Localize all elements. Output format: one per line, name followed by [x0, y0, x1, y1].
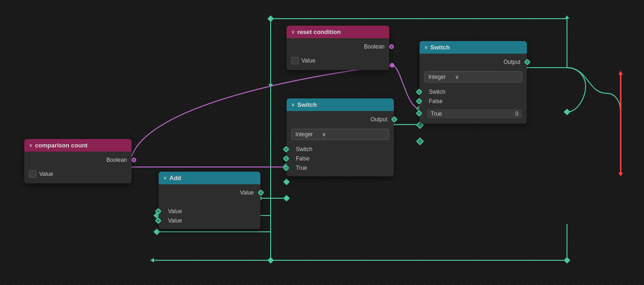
- reset-boolean-port: [389, 44, 394, 49]
- reset-value-row: Value: [291, 55, 385, 66]
- add-value-out-port: [258, 189, 264, 196]
- chevron-icon: ∨: [29, 143, 32, 148]
- chevron-icon-3: ∨: [424, 45, 427, 50]
- value-row: Value: [29, 168, 127, 180]
- switch-top-true-label: True: [431, 111, 442, 117]
- svg-marker-2: [565, 15, 569, 19]
- add-value2-row: Value: [163, 216, 256, 225]
- switch-middle-header: ∨ Switch: [287, 98, 394, 111]
- dropdown-arrow-icon-2: ∨: [322, 131, 326, 138]
- add-header: ∨ Add: [159, 172, 260, 184]
- switch-middle-node: ∨ Switch Output Integer ∨ Switch False T…: [287, 98, 394, 176]
- switch-middle-false-row: False: [291, 154, 389, 163]
- boolean-output-port: [132, 158, 136, 162]
- value-checkbox[interactable]: [29, 170, 36, 178]
- switch-top-false-port: [416, 98, 422, 104]
- reset-condition-title: reset condition: [297, 28, 341, 35]
- switch-top-switch-label: Switch: [429, 89, 445, 95]
- svg-rect-13: [267, 257, 274, 264]
- switch-top-switch-port: [416, 89, 422, 95]
- add-node: ∨ Add Value Value Value: [159, 172, 260, 229]
- reset-value-label: Value: [301, 57, 315, 64]
- reset-boolean-output-row: Boolean: [291, 42, 385, 51]
- reset-value-checkbox[interactable]: [291, 57, 299, 64]
- svg-marker-5: [618, 173, 623, 176]
- svg-rect-14: [267, 15, 274, 22]
- switch-top-body: Output Integer ∨ Switch False True 0: [420, 54, 527, 124]
- value-label: Value: [39, 171, 53, 177]
- comparison-count-title: comparison count: [35, 142, 88, 149]
- switch-middle-dropdown[interactable]: Integer ∨: [291, 129, 389, 140]
- svg-rect-34: [564, 109, 570, 115]
- switch-middle-false-label: False: [296, 155, 309, 162]
- svg-marker-8: [150, 258, 154, 263]
- add-title: Add: [169, 174, 181, 181]
- add-value1-port: [155, 208, 161, 215]
- add-value-output-row: Value: [163, 188, 256, 197]
- switch-top-output-port: [524, 59, 531, 65]
- add-value2-label: Value: [168, 217, 182, 224]
- switch-top-dropdown-row: Integer ∨: [424, 70, 522, 84]
- switch-top-dropdown-value: Integer: [428, 74, 446, 80]
- add-value1-label: Value: [168, 208, 182, 215]
- switch-middle-true-port: [283, 165, 289, 171]
- svg-marker-6: [618, 71, 623, 75]
- comparison-count-body: Boolean Value: [24, 152, 132, 183]
- add-value-out-label: Value: [240, 189, 254, 196]
- switch-top-false-label: False: [429, 98, 442, 104]
- switch-middle-output-label: Output: [371, 116, 387, 123]
- add-value2-port: [155, 217, 161, 224]
- switch-middle-false-port: [283, 155, 289, 162]
- boolean-output-row: Boolean: [29, 155, 127, 165]
- reset-boolean-label: Boolean: [364, 43, 385, 50]
- add-value1-row: Value: [163, 207, 256, 216]
- reset-condition-body: Boolean Value: [287, 38, 389, 70]
- switch-top-false-row: False: [424, 97, 522, 106]
- reset-condition-node: ∨ reset condition Boolean Value: [287, 26, 389, 70]
- switch-top-output-label: Output: [504, 59, 520, 65]
- switch-middle-output-port: [391, 116, 398, 123]
- svg-point-19: [390, 63, 394, 68]
- switch-top-true-row: True 0: [424, 107, 522, 120]
- switch-middle-true-label: True: [296, 165, 307, 171]
- svg-rect-33: [417, 138, 423, 145]
- add-body: Value Value Value: [159, 184, 260, 229]
- switch-middle-dropdown-value: Integer: [295, 131, 313, 138]
- svg-rect-22: [283, 195, 290, 202]
- comparison-count-node: ∨ comparison count Boolean Value: [24, 139, 132, 183]
- switch-middle-switch-label: Switch: [296, 146, 312, 153]
- chevron-icon-5: ∨: [163, 175, 167, 181]
- reset-condition-header: ∨ reset condition: [287, 26, 389, 38]
- switch-top-dropdown[interactable]: Integer ∨: [424, 71, 522, 83]
- svg-marker-12: [268, 84, 273, 88]
- switch-middle-title: Switch: [297, 101, 317, 108]
- svg-rect-28: [154, 229, 160, 235]
- chevron-icon-2: ∨: [291, 29, 294, 35]
- switch-middle-body: Output Integer ∨ Switch False True: [287, 111, 394, 176]
- switch-top-output-row: Output: [424, 57, 522, 67]
- switch-top-node: ∨ Switch Output Integer ∨ Switch False T…: [420, 41, 527, 124]
- svg-rect-10: [564, 257, 570, 264]
- switch-top-header: ∨ Switch: [420, 41, 527, 54]
- chevron-icon-4: ∨: [291, 102, 294, 107]
- switch-middle-output-row: Output: [291, 115, 389, 124]
- svg-rect-29: [283, 179, 290, 185]
- switch-middle-switch-row: Switch: [291, 145, 389, 154]
- switch-top-title: Switch: [430, 44, 450, 51]
- switch-middle-switch-port: [283, 146, 289, 153]
- switch-top-true-port: [416, 110, 422, 117]
- switch-middle-true-row: True: [291, 163, 389, 173]
- dropdown-arrow-icon: ∨: [455, 74, 459, 80]
- switch-top-switch-row: Switch: [424, 87, 522, 97]
- comparison-count-header: ∨ comparison count: [24, 139, 132, 152]
- boolean-label: Boolean: [106, 157, 127, 163]
- add-spacer: [163, 197, 256, 207]
- switch-middle-dropdown-row: Integer ∨: [291, 127, 389, 142]
- switch-top-true-value: 0: [515, 111, 518, 117]
